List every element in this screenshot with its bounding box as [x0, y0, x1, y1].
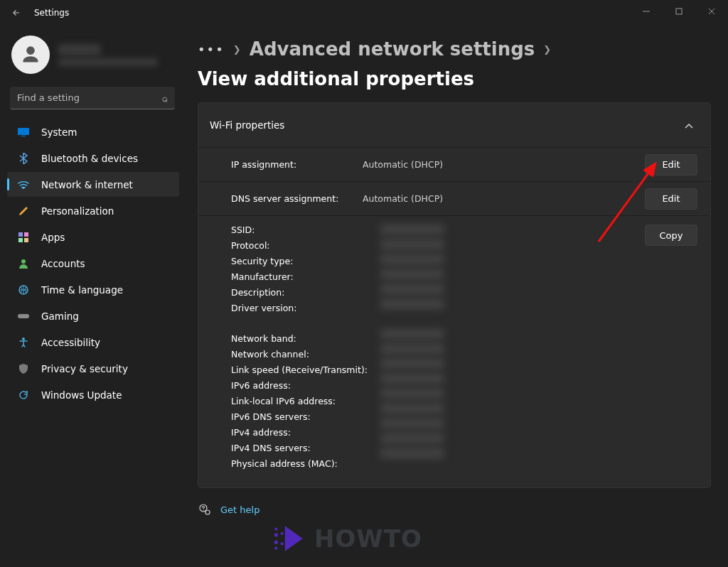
sidebar-item-label: Apps — [41, 232, 65, 243]
svg-point-8 — [21, 259, 26, 264]
nav: System Bluetooth & devices Network & int… — [7, 119, 179, 407]
detail-value-redacted — [380, 418, 444, 428]
svg-point-13 — [205, 510, 210, 514]
detail-label: Physical address (MAC): — [231, 458, 380, 469]
page-title: View additional properties — [198, 68, 474, 90]
detail-label: Network band: — [231, 333, 380, 344]
avatar — [11, 36, 50, 74]
help-icon — [199, 504, 210, 515]
maximize-button[interactable] — [663, 0, 695, 23]
minimize-button[interactable] — [630, 0, 663, 23]
detail-value-redacted — [380, 254, 444, 264]
svg-point-15 — [274, 527, 277, 530]
sidebar-item-time-language[interactable]: Time & language — [7, 277, 179, 302]
edit-ip-button[interactable]: Edit — [645, 154, 697, 176]
accounts-icon — [17, 257, 30, 270]
svg-point-3 — [23, 188, 24, 189]
detail-value-redacted — [380, 329, 444, 339]
sidebar-item-privacy[interactable]: Privacy & security — [7, 356, 179, 381]
detail-value-redacted — [380, 404, 444, 414]
sidebar-item-label: Gaming — [41, 310, 79, 322]
get-help-link[interactable]: Get help — [220, 504, 259, 515]
row-label: DNS server assignment: — [231, 193, 363, 204]
detail-label: Protocol: — [231, 240, 380, 251]
sidebar-item-label: Accounts — [41, 258, 85, 269]
svg-rect-0 — [676, 9, 682, 14]
svg-point-19 — [281, 532, 284, 535]
sidebar-item-label: Privacy & security — [41, 363, 128, 374]
card-header[interactable]: Wi-Fi properties — [198, 103, 710, 147]
svg-point-20 — [281, 542, 284, 545]
row-value: Automatic (DHCP) — [363, 159, 645, 170]
svg-rect-10 — [18, 314, 29, 318]
gaming-icon — [17, 310, 30, 323]
watermark-text: HOWTO — [314, 524, 422, 553]
svg-rect-2 — [21, 136, 26, 136]
globe-icon — [17, 284, 30, 296]
detail-value-redacted — [380, 448, 444, 458]
detail-label: Description: — [231, 287, 380, 298]
sidebar-item-label: Personalization — [41, 205, 114, 217]
breadcrumb-parent[interactable]: Advanced network settings — [250, 38, 535, 60]
svg-rect-6 — [18, 238, 23, 242]
accessibility-icon — [17, 336, 30, 349]
search-icon: ⌕ — [162, 92, 168, 104]
sidebar-item-apps[interactable]: Apps — [7, 225, 179, 249]
card-title: Wi-Fi properties — [210, 119, 284, 131]
sidebar-item-label: Network & internet — [41, 179, 133, 190]
search-input[interactable] — [10, 87, 175, 109]
detail-label: Link speed (Receive/Transmit): — [231, 364, 380, 375]
svg-rect-4 — [18, 232, 23, 237]
wifi-icon — [17, 178, 30, 191]
watermark-logo — [270, 520, 307, 557]
help-row: Get help — [198, 504, 711, 515]
detail-label: Driver version: — [231, 303, 380, 313]
detail-label: IPv6 address: — [231, 380, 380, 391]
dns-assignment-row: DNS server assignment: Automatic (DHCP) … — [198, 181, 710, 215]
profile-email — [58, 58, 158, 66]
detail-value-redacted — [380, 284, 444, 294]
detail-value-redacted — [380, 269, 444, 279]
sidebar-item-windows-update[interactable]: Windows Update — [7, 382, 179, 407]
sidebar-item-accounts[interactable]: Accounts — [7, 251, 179, 276]
edit-dns-button[interactable]: Edit — [645, 188, 697, 210]
sidebar-item-label: Bluetooth & devices — [41, 153, 138, 164]
svg-rect-5 — [24, 232, 28, 237]
detail-value-redacted — [380, 344, 444, 354]
close-button[interactable] — [695, 0, 728, 23]
sidebar-item-system[interactable]: System — [7, 119, 179, 144]
window-title: Settings — [34, 8, 69, 18]
chevron-right-icon: ❯ — [233, 44, 241, 55]
svg-point-18 — [274, 546, 277, 549]
shield-icon — [17, 362, 30, 375]
detail-label: Link-local IPv6 address: — [231, 396, 380, 406]
sidebar-item-personalization[interactable]: Personalization — [7, 198, 179, 223]
bluetooth-icon — [17, 152, 30, 165]
sidebar-item-gaming[interactable]: Gaming — [7, 303, 179, 328]
svg-point-16 — [274, 533, 278, 536]
detail-value-redacted — [380, 239, 444, 249]
svg-rect-1 — [18, 128, 29, 135]
detail-value-redacted — [380, 359, 444, 369]
brush-icon — [17, 205, 30, 217]
back-button[interactable] — [9, 5, 24, 21]
titlebar: Settings — [0, 0, 728, 26]
svg-rect-7 — [24, 238, 28, 242]
svg-point-11 — [22, 338, 25, 340]
breadcrumb: ••• ❯ Advanced network settings ❯ View a… — [198, 38, 711, 90]
copy-button[interactable]: Copy — [645, 225, 697, 246]
sidebar-item-label: System — [41, 126, 77, 138]
sidebar-item-accessibility[interactable]: Accessibility — [7, 330, 179, 355]
sidebar-item-label: Time & language — [41, 284, 123, 296]
detail-label: IPv4 address: — [231, 427, 380, 438]
sidebar: ⌕ System Bluetooth & devices Network & i… — [0, 26, 183, 567]
breadcrumb-overflow[interactable]: ••• — [198, 42, 225, 57]
row-value: Automatic (DHCP) — [363, 193, 645, 204]
row-label: IP assignment: — [231, 159, 363, 170]
ip-assignment-row: IP assignment: Automatic (DHCP) Edit — [198, 147, 710, 181]
sidebar-item-network[interactable]: Network & internet — [7, 172, 179, 197]
sidebar-item-bluetooth[interactable]: Bluetooth & devices — [7, 146, 179, 171]
watermark: HOWTO — [270, 520, 422, 557]
profile-section[interactable] — [7, 33, 179, 87]
detail-value-redacted — [380, 374, 444, 384]
